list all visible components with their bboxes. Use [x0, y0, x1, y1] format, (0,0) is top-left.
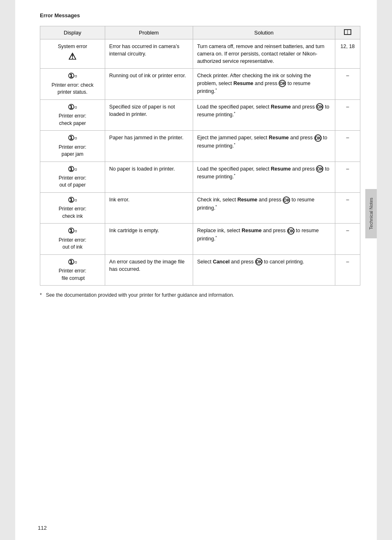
display-cell-out-of-ink: ①▫ Printer error:out of ink	[40, 224, 105, 254]
footnote: * See the documentation provided with yo…	[40, 291, 360, 299]
display-out-of-ink-label: Printer error:out of ink	[44, 237, 101, 251]
problem-cell-file-corrupt: An error caused by the image file has oc…	[105, 254, 193, 285]
display-cell-check-paper: ①▫ Printer error:check paper	[40, 99, 105, 130]
ok-button-icon: OK	[316, 103, 323, 111]
table-row: ①▫ Printer error: file corrupt An error …	[40, 254, 360, 285]
table-row: ①▫ Printer error:out of ink Ink cartridg…	[40, 224, 360, 254]
problem-cell-check-ink: Ink error.	[105, 192, 193, 223]
display-cell-printer-check: ①▫ Printer error: checkprinter status.	[40, 69, 105, 99]
solution-cell-check-ink: Check ink, select Resume and press OK to…	[193, 192, 335, 223]
display-out-of-paper-label: Printer error:out of paper	[44, 175, 101, 189]
display-paper-jam-label: Printer error:paper jam	[44, 144, 101, 158]
ref-cell-system-error: 12, 18	[335, 39, 360, 69]
ref-cell-out-of-ink: –	[335, 224, 360, 254]
col-header-ref	[335, 26, 360, 39]
problem-cell-out-of-paper: No paper is loaded in printer.	[105, 162, 193, 192]
display-cell-paper-jam: ①▫ Printer error:paper jam	[40, 131, 105, 162]
solution-cell-system-error: Turn camera off, remove and reinsert bat…	[193, 39, 335, 69]
page: Error Messages Display Problem Solution …	[15, 0, 377, 540]
table-row: ①▫ Printer error: checkprinter status. R…	[40, 69, 360, 99]
table-row: ①▫ Printer error:check ink Ink error. Ch…	[40, 192, 360, 223]
table-row: ①▫ Printer error:check paper Specified s…	[40, 99, 360, 130]
ok-button-icon: OK	[255, 258, 263, 265]
display-check-ink-label: Printer error:check ink	[44, 205, 101, 220]
solution-cell-out-of-ink: Replace ink, select Resume and press OK …	[193, 224, 335, 254]
ref-cell-out-of-paper: –	[335, 162, 360, 192]
solution-cell-out-of-paper: Load the specified paper, select Resume …	[193, 162, 335, 192]
problem-cell-system-error: Error has occurred in camera’s internal …	[105, 39, 193, 69]
col-header-problem: Problem	[105, 26, 193, 39]
display-cell-system-error: System error ⚠	[40, 39, 105, 69]
table-row: System error ⚠ Error has occurred in cam…	[40, 39, 360, 69]
display-cell-out-of-paper: ①▫ Printer error:out of paper	[40, 162, 105, 192]
ok-button-icon: OK	[314, 134, 322, 142]
display-check-paper-label: Printer error:check paper	[44, 113, 101, 127]
table-row: ①▫ Printer error:out of paper No paper i…	[40, 162, 360, 192]
display-printer-check-label: Printer error: checkprinter status.	[44, 82, 101, 96]
col-header-display: Display	[40, 26, 105, 39]
problem-cell-check-paper: Specified size of paper is not loaded in…	[105, 99, 193, 130]
ok-button-icon: OK	[283, 196, 290, 204]
solution-cell-file-corrupt: Select Cancel and press OK to cancel pri…	[193, 254, 335, 285]
problem-cell-printer-check: Running out of ink or printer error.	[105, 69, 193, 99]
ref-cell-printer-check: –	[335, 69, 360, 99]
error-messages-table: Display Problem Solution System error ⚠ …	[40, 26, 360, 286]
table-row: ①▫ Printer error:paper jam Paper has jam…	[40, 131, 360, 162]
display-cell-file-corrupt: ①▫ Printer error: file corrupt	[40, 254, 105, 285]
solution-cell-check-paper: Load the specified paper, select Resume …	[193, 99, 335, 130]
ok-button-icon: OK	[316, 165, 323, 173]
col-header-solution: Solution	[193, 26, 335, 39]
ref-cell-file-corrupt: –	[335, 254, 360, 285]
problem-cell-paper-jam: Paper has jammed in the printer.	[105, 131, 193, 162]
ref-cell-paper-jam: –	[335, 131, 360, 162]
printer-error-icon-7: ①▫	[44, 258, 101, 267]
problem-cell-out-of-ink: Ink cartridge is empty.	[105, 224, 193, 254]
ok-button-icon: OK	[287, 227, 295, 235]
page-title: Error Messages	[40, 12, 360, 18]
ok-button-icon: OK	[279, 80, 286, 87]
book-icon	[344, 29, 351, 35]
printer-error-icon-4: ①▫	[44, 165, 101, 174]
display-file-corrupt-label: Printer error: file corrupt	[44, 268, 101, 282]
printer-error-icon: ①▫	[44, 72, 101, 81]
sidebar-tab-label: Technical Notes	[369, 198, 374, 230]
printer-error-icon-6: ①▫	[44, 227, 101, 236]
solution-cell-paper-jam: Eject the jammed paper, select Resume an…	[193, 131, 335, 162]
printer-error-icon-2: ①▫	[44, 103, 101, 112]
ref-cell-check-paper: –	[335, 99, 360, 130]
display-system-error-text: System error	[58, 44, 88, 49]
display-cell-check-ink: ①▫ Printer error:check ink	[40, 192, 105, 223]
ref-cell-check-ink: –	[335, 192, 360, 223]
page-number: 112	[38, 525, 47, 531]
solution-cell-printer-check: Check printer. After checking the ink or…	[193, 69, 335, 99]
sidebar-tab: Technical Notes	[365, 189, 377, 238]
printer-error-icon-5: ①▫	[44, 196, 101, 205]
printer-error-icon-3: ①▫	[44, 134, 101, 143]
system-error-icon: ⚠	[68, 51, 76, 62]
